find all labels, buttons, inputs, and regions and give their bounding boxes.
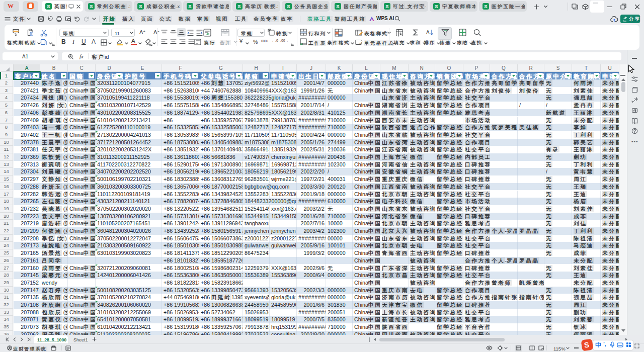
svg-text:A: A [426,30,430,35]
